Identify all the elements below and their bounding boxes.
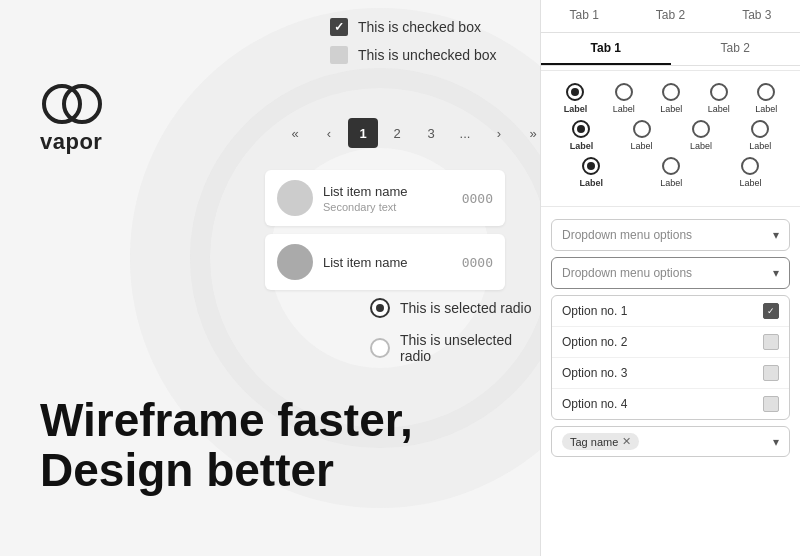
option-label: Option no. 3 — [562, 366, 627, 380]
pagination-page-3[interactable]: 3 — [416, 118, 446, 148]
unchecked-checkbox-label: This is unchecked box — [358, 47, 497, 63]
option-checkbox-checked[interactable] — [763, 303, 779, 319]
radio-empty — [633, 120, 651, 138]
dropdown-option-3[interactable]: Option no. 3 — [552, 358, 789, 389]
dropdown-1-text: Dropdown menu options — [562, 228, 692, 242]
radio-label: Label — [749, 141, 771, 151]
list-item[interactable]: List item name Secondary text 0000 — [265, 170, 505, 226]
divider — [541, 70, 800, 71]
tag-chip: Tag name ✕ — [562, 433, 639, 450]
radio-grid-item[interactable]: Label — [570, 120, 594, 151]
unchecked-checkbox[interactable] — [330, 46, 348, 64]
radio-empty — [615, 83, 633, 101]
option-checkbox-unchecked[interactable] — [763, 365, 779, 381]
radio-empty — [692, 120, 710, 138]
tab-3[interactable]: Tab 3 — [714, 0, 800, 32]
radio-grid-row-2: Label Label Label Label — [551, 120, 790, 151]
tabs-row-2: Tab 1 Tab 2 — [541, 33, 800, 66]
unselected-radio[interactable] — [370, 338, 390, 358]
radio-empty — [757, 83, 775, 101]
chevron-down-icon: ▾ — [773, 435, 779, 449]
logo-area: vapor — [40, 80, 110, 155]
radio-label: Label — [631, 141, 653, 151]
pagination-page-2[interactable]: 2 — [382, 118, 412, 148]
checkboxes-area: This is checked box This is unchecked bo… — [330, 18, 497, 74]
radio-label: Label — [564, 104, 588, 114]
radio-label: Label — [739, 178, 761, 188]
tag-chip-label: Tag name — [570, 436, 618, 448]
dropdown-option-2[interactable]: Option no. 2 — [552, 327, 789, 358]
radio-grid-item[interactable]: Label — [739, 157, 761, 188]
hero-text: Wireframe faster, Design better — [40, 395, 413, 496]
radio-grid-row-1: Label Label Label Label Label — [551, 83, 790, 114]
list-item-name: List item name — [323, 184, 452, 199]
pagination-page-1[interactable]: 1 — [348, 118, 378, 148]
radio-label: Label — [708, 104, 730, 114]
radio-grid-item[interactable]: Label — [749, 120, 771, 151]
list-item[interactable]: List item name 0000 — [265, 234, 505, 290]
list-items-area: List item name Secondary text 0000 List … — [265, 170, 505, 298]
pagination-next-button[interactable]: › — [484, 118, 514, 148]
selected-radio-row: This is selected radio — [370, 298, 540, 318]
logo-icon — [40, 80, 110, 125]
radio-label: Label — [690, 141, 712, 151]
pagination-first-button[interactable]: « — [280, 118, 310, 148]
tab-2-inactive[interactable]: Tab 2 — [671, 33, 801, 65]
list-item-number: 0000 — [462, 255, 493, 270]
radio-label: Label — [570, 141, 594, 151]
radio-label: Label — [660, 104, 682, 114]
hero-line1: Wireframe faster, — [40, 394, 413, 446]
radio-grid-item[interactable]: Label — [631, 120, 653, 151]
list-item-text: List item name — [323, 255, 452, 270]
list-item-number: 0000 — [462, 191, 493, 206]
avatar — [277, 180, 313, 216]
radio-grid-item[interactable]: Label — [564, 83, 588, 114]
checked-checkbox[interactable] — [330, 18, 348, 36]
radio-grid-item[interactable]: Label — [660, 157, 682, 188]
pagination-prev-button[interactable]: ‹ — [314, 118, 344, 148]
tab-1[interactable]: Tab 1 — [541, 0, 627, 32]
radio-label: Label — [755, 104, 777, 114]
checked-checkbox-label: This is checked box — [358, 19, 481, 35]
dropdown-2[interactable]: Dropdown menu options ▾ — [551, 257, 790, 289]
radio-grid-item[interactable]: Label — [708, 83, 730, 114]
tab-1-active[interactable]: Tab 1 — [541, 33, 671, 65]
radio-label: Label — [580, 178, 604, 188]
chevron-down-icon: ▾ — [773, 228, 779, 242]
option-label: Option no. 1 — [562, 304, 627, 318]
radio-grid: Label Label Label Label Label — [541, 75, 800, 202]
dropdown-section: Dropdown menu options ▾ Dropdown menu op… — [541, 211, 800, 465]
dropdown-1[interactable]: Dropdown menu options ▾ — [551, 219, 790, 251]
radio-empty — [710, 83, 728, 101]
radio-grid-item[interactable]: Label — [580, 157, 604, 188]
radio-grid-item[interactable]: Label — [755, 83, 777, 114]
radio-grid-row-3: Label Label Label — [551, 157, 790, 188]
dropdown-option-1[interactable]: Option no. 1 — [552, 296, 789, 327]
dropdown-options-list: Option no. 1 Option no. 2 Option no. 3 O… — [551, 295, 790, 420]
tab-2[interactable]: Tab 2 — [627, 0, 713, 32]
radio-grid-item[interactable]: Label — [613, 83, 635, 114]
option-checkbox-unchecked[interactable] — [763, 396, 779, 412]
pagination: « ‹ 1 2 3 ... › » — [280, 118, 548, 148]
right-panel: Tab 1 Tab 2 Tab 3 Tab 1 Tab 2 Label Labe… — [540, 0, 800, 556]
tag-dropdown[interactable]: Tag name ✕ ▾ — [551, 426, 790, 457]
option-checkbox-unchecked[interactable] — [763, 334, 779, 350]
radio-label: Label — [660, 178, 682, 188]
list-item-name: List item name — [323, 255, 452, 270]
radio-grid-item[interactable]: Label — [660, 83, 682, 114]
radio-grid-item[interactable]: Label — [690, 120, 712, 151]
tag-remove-button[interactable]: ✕ — [622, 435, 631, 448]
radio-empty — [751, 120, 769, 138]
pagination-ellipsis: ... — [450, 118, 480, 148]
chevron-down-icon: ▾ — [773, 266, 779, 280]
selected-radio[interactable] — [370, 298, 390, 318]
tabs-row-1: Tab 1 Tab 2 Tab 3 — [541, 0, 800, 33]
checked-checkbox-row: This is checked box — [330, 18, 497, 36]
option-label: Option no. 2 — [562, 335, 627, 349]
dropdown-option-4[interactable]: Option no. 4 — [552, 389, 789, 419]
radio-empty — [662, 157, 680, 175]
logo-text: vapor — [40, 129, 110, 155]
unselected-radio-label: This is unselected radio — [400, 332, 540, 364]
radio-buttons-area: This is selected radio This is unselecte… — [370, 298, 540, 378]
option-label: Option no. 4 — [562, 397, 627, 411]
